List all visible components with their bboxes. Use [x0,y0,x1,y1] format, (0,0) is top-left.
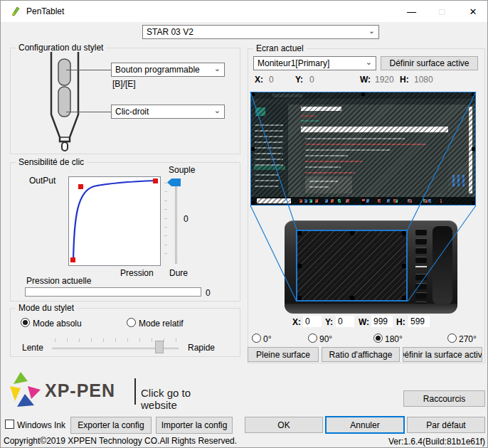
ok-button[interactable]: OK [245,417,323,433]
rotation-270-radio[interactable] [447,334,457,343]
area-w-field[interactable]: 999 [371,316,393,327]
pen-upper-connector-line [66,70,111,70]
slow-label: Lente [22,343,43,353]
resize-handle[interactable] [472,147,475,151]
resize-handle[interactable] [251,147,255,151]
area-handle[interactable] [402,231,406,235]
window-title: PenTablet [26,6,64,16]
pen-top-button-hint: [B]/[E] [112,79,136,89]
curve-handle-end[interactable] [153,178,158,183]
current-pressure-bar [25,287,201,297]
close-button[interactable]: ✕ [457,1,488,22]
area-h-field[interactable]: 599 [408,316,430,327]
display-ratio-button[interactable]: Ratio d'affichage [322,347,400,362]
define-area-button[interactable]: Définir la surface active [403,347,482,362]
monitor-w-value: 1920 [375,75,394,85]
screen-title: Ecran actuel [253,43,307,53]
fast-label: Rapide [188,343,215,353]
minimize-button[interactable]: — [396,1,427,22]
soft-label: Souple [169,165,195,175]
relative-mode-radio[interactable] [127,318,136,327]
pen-top-button-value: Bouton programmable [115,65,200,75]
resize-handle[interactable] [251,92,255,96]
rotation-270-label: 270° [459,334,477,344]
xppen-logotype: XP-PEN [45,380,115,401]
area-y-field[interactable]: 0 [336,316,354,327]
express-key [415,247,427,254]
maximize-button[interactable]: □ [427,1,457,22]
express-key [415,238,427,245]
resize-handle[interactable] [361,92,365,96]
pen-bottom-button-select[interactable]: Clic-droit ⌄ [111,105,225,119]
sensitivity-slider-track[interactable] [175,180,177,264]
resize-handle[interactable] [472,201,475,205]
express-key [415,229,427,235]
pen-config-title: Configuration du stylet [16,43,106,53]
define-surface-button[interactable]: Définir surface active [381,56,478,70]
copyright-text: Copyright©2019 XPPEN Technology CO.All R… [4,436,237,446]
express-key [415,283,427,289]
absolute-mode-radio[interactable] [21,318,30,327]
cancel-button[interactable]: Annuler [325,416,405,434]
area-x-label: X: [292,317,301,327]
area-handle[interactable] [297,264,302,268]
active-area-hatch [297,231,406,300]
rotation-0-radio[interactable] [252,334,261,343]
pen-bottom-button-value: Clic-droit [115,107,149,117]
pen-mode-title: Mode du stylet [16,303,77,313]
monitor-x-label: X: [255,75,263,85]
resize-handle[interactable] [361,201,365,205]
resize-handle[interactable] [251,201,255,205]
rotation-0-label: 0° [263,334,271,344]
pen-lower-connector-line [66,112,111,112]
area-w-label: W: [359,317,369,327]
hard-label: Dure [169,268,188,278]
pentablet-window: PenTablet — □ ✕ STAR 03 V2 ⌄ Configurati… [0,0,488,448]
monitor-preview[interactable] [250,92,476,206]
rotation-90-radio[interactable] [308,334,317,343]
import-config-button[interactable]: Importer la config [156,417,233,434]
pen-upper-button-shape [58,59,70,85]
area-x-field[interactable]: 0 [303,316,322,327]
area-handle[interactable] [297,231,302,235]
pen-top-button-select[interactable]: Bouton programmable ⌄ [111,63,225,77]
chevron-down-icon: ⌄ [366,58,372,66]
monitor-h-value: 1080 [414,75,433,85]
export-config-button[interactable]: Exporter la config [70,417,152,434]
absolute-mode-label: Mode absolu [33,319,82,329]
tablet-active-area[interactable] [296,230,408,302]
pressure-curve-graph[interactable] [68,176,161,266]
xppen-logo-icon [9,372,42,407]
windows-ink-label: Windows Ink [17,420,65,430]
curve-handle-start[interactable] [70,257,75,262]
version-text: Ver:1.6.4(Build:81b1e61f) [328,437,485,447]
rotation-180-label: 180° [385,334,403,344]
default-button[interactable]: Par défaut [407,417,485,433]
area-handle[interactable] [350,296,354,300]
relative-mode-label: Mode relatif [139,319,184,329]
monitor-selector[interactable]: Moniteur1[Primary] ⌄ [253,56,376,70]
windows-ink-checkbox[interactable] [5,420,14,429]
area-handle[interactable] [402,296,406,300]
area-handle[interactable] [402,264,406,268]
curve-handle-control[interactable] [78,184,83,189]
sensitivity-slider-value: 0 [184,214,189,224]
resize-handle[interactable] [472,92,475,96]
scroll-strip-line [415,266,427,267]
logo-tagline: Click go to website [141,387,221,411]
express-key [415,292,427,299]
xppen-logo-link[interactable]: XP-PEN Click go to website [8,370,221,407]
area-handle[interactable] [297,296,302,300]
pressure-curve [69,177,160,265]
full-surface-button[interactable]: Pleine surface [248,347,319,362]
area-h-label: H: [396,317,405,327]
sensitivity-title: Sensibilité de clic [16,157,87,167]
area-handle[interactable] [350,231,354,235]
speed-slider-thumb[interactable] [155,341,164,353]
rotation-180-radio[interactable] [373,334,383,343]
shortcuts-button[interactable]: Raccourcis [403,390,485,407]
device-selector[interactable]: STAR 03 V2 ⌄ [142,25,379,39]
monitor-x-value: 0 [269,75,274,85]
monitor-selector-value: Moniteur1[Primary] [258,58,329,68]
pressure-axis-label: Pression [120,268,154,278]
